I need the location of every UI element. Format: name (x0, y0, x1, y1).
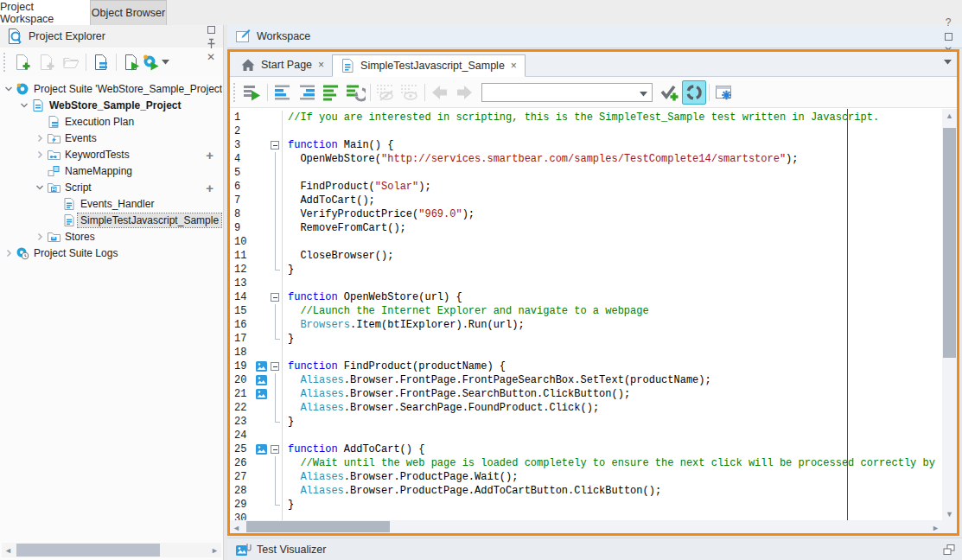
close-tab-icon[interactable]: × (317, 59, 325, 71)
code-line[interactable]: 10 (230, 235, 941, 249)
editor-vscrollbar[interactable]: ▲ ▼ (942, 109, 957, 520)
editor-hscrollbar[interactable]: ◄ ► (230, 520, 942, 533)
code-line[interactable]: 20 Aliases.Browser.FrontPage.FrontPageSe… (230, 373, 941, 387)
dropdown-caret-icon[interactable] (640, 92, 647, 97)
chevron-collapsed-icon[interactable] (2, 246, 16, 260)
align-right-button[interactable] (295, 80, 319, 105)
code-line[interactable]: 24 (230, 429, 941, 442)
code-line[interactable]: 2 (230, 124, 941, 138)
code-line[interactable]: 16 Browsers.Item(btIExplorer).Run(url); (230, 318, 941, 332)
chevron-expanded-icon[interactable] (33, 181, 47, 194)
code-line[interactable]: 28 Aliases.Browser.ProductPage.AddToCart… (230, 484, 941, 498)
tree-item[interactable]: Stores (0, 228, 222, 245)
code-line[interactable]: 19function FindProduct(productName) { (230, 360, 941, 373)
test-visualizer-bar[interactable]: Test Visualizer (227, 538, 962, 560)
tree-item[interactable]: Project Suite 'WebStore_Sample_Project_S… (0, 80, 222, 97)
back-button[interactable] (428, 80, 452, 105)
code-line[interactable]: 25function AddToCart() { (230, 442, 941, 456)
pin-button[interactable] (204, 36, 218, 50)
project-tree-hscrollbar[interactable]: ◄ ► (2, 543, 221, 557)
execution-order-button[interactable] (89, 50, 113, 74)
code-line[interactable]: 15 //Launch the Internet Explorer and na… (230, 304, 941, 318)
scroll-right-arrow-icon[interactable]: ► (929, 520, 942, 535)
maximize-button[interactable] (204, 25, 218, 36)
code-line[interactable]: 4 OpenWebStore("http://services.smartbea… (230, 152, 941, 166)
code-line[interactable]: 9 RemoveFromCart(); (230, 221, 941, 235)
visualizer-frame-icon[interactable] (252, 373, 270, 387)
add-check-button[interactable] (658, 80, 682, 105)
doc-tab-simpletestjavascript-sample[interactable]: SimpleTestJavascript_Sample× (332, 54, 526, 77)
code-line[interactable]: 8 VerifyProductPrice("969.0"); (230, 207, 941, 221)
scroll-thumb[interactable] (16, 544, 160, 557)
tree-item[interactable]: Script+ (0, 179, 222, 195)
code-line[interactable]: 12} (230, 263, 941, 277)
run-project-button[interactable] (119, 50, 143, 74)
toolbar-grip-handle[interactable] (233, 83, 238, 102)
float-window-icon[interactable] (943, 544, 955, 556)
tree-item[interactable]: Execution Plan (0, 113, 222, 130)
run-test-button[interactable] (240, 80, 264, 105)
help-button[interactable]: ? (941, 16, 955, 29)
tab-object-browser[interactable]: Object Browser (90, 0, 167, 25)
scroll-up-arrow-icon[interactable]: ▲ (942, 109, 957, 122)
add-item-button[interactable]: + (206, 181, 213, 195)
code-line[interactable]: 18 (230, 346, 941, 360)
chevron-collapsed-icon[interactable] (33, 148, 47, 162)
tree-item[interactable]: KeywordTests+ (0, 146, 222, 162)
scroll-thumb[interactable] (246, 521, 390, 532)
close-button[interactable]: ✕ (204, 50, 218, 64)
scroll-right-arrow-icon[interactable]: ► (208, 543, 221, 557)
code-line[interactable]: 21 Aliases.Browser.FrontPage.SearchButto… (230, 387, 941, 401)
code-line[interactable]: 26 //Wait until the web page is loaded c… (230, 456, 941, 470)
dropdown-caret-icon[interactable] (162, 60, 169, 65)
tree-item[interactable]: NameMapping (0, 162, 222, 179)
scroll-thumb[interactable] (943, 128, 956, 358)
tree-item[interactable]: WebStore_Sample_Project (0, 97, 222, 113)
code-line[interactable]: 29} (230, 498, 941, 512)
scroll-left-arrow-icon[interactable]: ◄ (230, 520, 243, 535)
chevron-collapsed-icon[interactable] (33, 230, 47, 244)
search-input[interactable] (482, 84, 631, 101)
editor-settings-button[interactable] (712, 80, 736, 105)
code-line[interactable]: 3function Main() { (230, 138, 941, 152)
fold-toggle[interactable] (270, 290, 282, 304)
visualizer-frame-icon[interactable] (252, 442, 270, 456)
chevron-collapsed-icon[interactable] (33, 131, 47, 145)
tab-list-dropdown-icon[interactable] (944, 60, 952, 65)
tree-item[interactable]: Events (0, 130, 222, 146)
code-line[interactable]: 5 (230, 166, 941, 180)
scroll-down-arrow-icon[interactable]: ▼ (942, 507, 957, 520)
hide-code-button[interactable] (373, 80, 398, 105)
code-line[interactable]: 27 Aliases.Browser.ProductPage.Wait(); (230, 470, 941, 484)
forward-button[interactable] (452, 80, 476, 105)
code-line[interactable]: 17} (230, 332, 941, 346)
show-code-button[interactable] (398, 80, 422, 105)
chevron-expanded-icon[interactable] (2, 82, 16, 96)
align-left-button[interactable] (271, 80, 295, 105)
code-editor[interactable]: 1//If you are interested in scripting, t… (230, 109, 957, 520)
add-project-button[interactable] (10, 50, 35, 74)
code-line[interactable]: 14function OpenWebStore(url) { (230, 290, 941, 304)
code-line[interactable]: 30 (230, 512, 941, 520)
visualizer-frame-icon[interactable] (252, 360, 270, 373)
tree-item[interactable]: SimpleTestJavascript_Sample (0, 212, 222, 228)
rollback-format-button[interactable] (343, 80, 367, 105)
close-tab-icon[interactable]: × (510, 60, 518, 72)
add-item-button[interactable]: + (206, 148, 213, 162)
tree-item[interactable]: Project Suite Logs (0, 245, 222, 261)
maximize-button[interactable] (941, 29, 955, 43)
chevron-expanded-icon[interactable] (17, 99, 31, 112)
tab-project-workspace[interactable]: Project Workspace (0, 0, 90, 25)
tree-item[interactable]: Events_Handler (0, 195, 222, 212)
code-line[interactable]: 1//If you are interested in scripting, t… (230, 111, 941, 124)
code-line[interactable]: 23} (230, 415, 941, 429)
add-item-button[interactable] (35, 50, 59, 74)
fold-toggle[interactable] (270, 442, 282, 456)
search-combobox[interactable] (481, 83, 653, 102)
open-item-button[interactable] (59, 50, 83, 74)
scroll-left-arrow-icon[interactable]: ◄ (2, 543, 15, 557)
run-suite-button[interactable] (143, 50, 168, 74)
code-line[interactable]: 13 (230, 277, 941, 290)
code-line[interactable]: 11 CloseBrowser(); (230, 249, 941, 263)
code-line[interactable]: 6 FindProduct("Solar"); (230, 180, 941, 194)
